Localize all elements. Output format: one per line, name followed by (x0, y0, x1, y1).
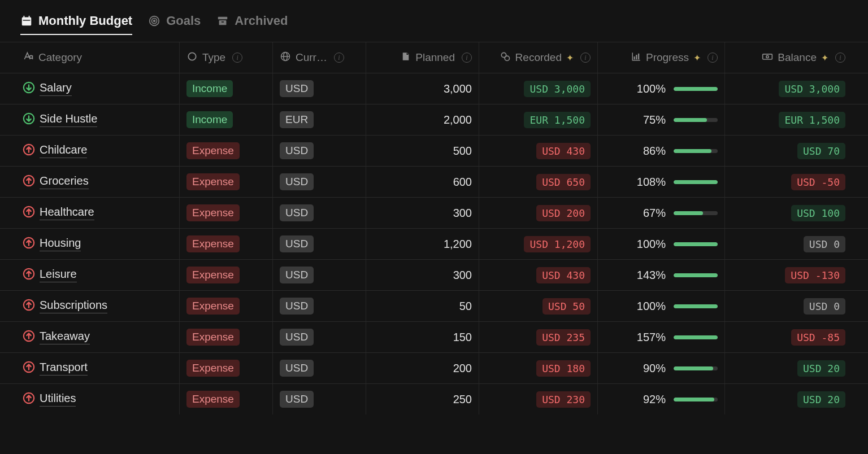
cell-currency[interactable]: USD (273, 353, 366, 383)
cell-type[interactable]: Expense (180, 353, 273, 383)
cell-planned[interactable]: 150 (366, 322, 479, 352)
cell-type[interactable]: Expense (180, 322, 273, 352)
cell-type[interactable]: Expense (180, 291, 273, 321)
cell-type[interactable]: Expense (180, 136, 273, 166)
tab-archived[interactable]: Archived (216, 14, 288, 35)
cell-recorded[interactable]: USD 650 (479, 167, 598, 197)
cell-category[interactable]: Side Hustle (16, 104, 180, 135)
cell-category[interactable]: Healthcare (16, 198, 180, 228)
tab-goals[interactable]: Goals (148, 14, 201, 35)
cell-category[interactable]: Transport (16, 353, 180, 383)
cell-planned[interactable]: 3,000 (366, 73, 479, 104)
cell-planned[interactable]: 1,200 (366, 229, 479, 259)
table-row[interactable]: SalaryIncomeUSD3,000USD 3,000100%USD 3,0… (0, 73, 868, 104)
col-header-progress[interactable]: Progress ✦ i (598, 42, 725, 73)
col-header-balance[interactable]: Balance ✦ i (725, 42, 852, 73)
table-row[interactable]: HousingExpenseUSD1,200USD 1,200100%USD 0 (0, 228, 868, 259)
cell-progress[interactable]: 92% (598, 384, 725, 414)
cell-planned[interactable]: 300 (366, 260, 479, 290)
cell-category[interactable]: Salary (16, 73, 180, 104)
cell-planned[interactable]: 200 (366, 353, 479, 383)
cell-progress[interactable]: 108% (598, 167, 725, 197)
cell-recorded[interactable]: USD 430 (479, 260, 598, 290)
table-row[interactable]: SubscriptionsExpenseUSD50USD 50100%USD 0 (0, 290, 868, 321)
cell-category[interactable]: Utilities (16, 384, 180, 414)
cell-recorded[interactable]: USD 230 (479, 384, 598, 414)
cell-recorded[interactable]: USD 430 (479, 136, 598, 166)
cell-balance[interactable]: USD 0 (725, 229, 852, 259)
cell-balance[interactable]: USD 0 (725, 291, 852, 321)
cell-balance[interactable]: USD -85 (725, 322, 852, 352)
cell-recorded[interactable]: USD 180 (479, 353, 598, 383)
cell-type[interactable]: Expense (180, 229, 273, 259)
cell-currency[interactable]: USD (273, 260, 366, 290)
table-row[interactable]: UtilitiesExpenseUSD250USD 23092%USD 20 (0, 383, 868, 414)
table-row[interactable]: TransportExpenseUSD200USD 18090%USD 20 (0, 352, 868, 383)
cell-balance[interactable]: USD 100 (725, 198, 852, 228)
table-row[interactable]: LeisureExpenseUSD300USD 430143%USD -130 (0, 259, 868, 290)
info-icon[interactable]: i (708, 53, 718, 63)
table-row[interactable]: HealthcareExpenseUSD300USD 20067%USD 100 (0, 197, 868, 228)
info-icon[interactable]: i (580, 53, 591, 63)
cell-planned[interactable]: 500 (366, 136, 479, 166)
cell-planned[interactable]: 600 (366, 167, 479, 197)
cell-currency[interactable]: USD (273, 229, 366, 259)
cell-progress[interactable]: 67% (598, 198, 725, 228)
cell-currency[interactable]: USD (273, 322, 366, 352)
cell-category[interactable]: Takeaway (16, 322, 180, 352)
col-header-currency[interactable]: Curr… i (273, 42, 366, 73)
cell-balance[interactable]: USD 20 (725, 384, 852, 414)
cell-progress[interactable]: 90% (598, 353, 725, 383)
cell-planned[interactable]: 250 (366, 384, 479, 414)
cell-category[interactable]: Housing (16, 229, 180, 259)
cell-balance[interactable]: EUR 1,500 (725, 104, 852, 135)
cell-recorded[interactable]: USD 3,000 (479, 73, 598, 104)
table-row[interactable]: GroceriesExpenseUSD600USD 650108%USD -50 (0, 166, 868, 197)
cell-currency[interactable]: USD (273, 73, 366, 104)
cell-recorded[interactable]: USD 235 (479, 322, 598, 352)
cell-type[interactable]: Expense (180, 260, 273, 290)
table-row[interactable]: TakeawayExpenseUSD150USD 235157%USD -85 (0, 321, 868, 352)
cell-category[interactable]: Subscriptions (16, 291, 180, 321)
cell-currency[interactable]: USD (273, 384, 366, 414)
cell-progress[interactable]: 75% (598, 104, 725, 135)
info-icon[interactable]: i (334, 53, 344, 63)
cell-planned[interactable]: 50 (366, 291, 479, 321)
col-header-category[interactable]: Category (16, 42, 180, 73)
cell-progress[interactable]: 157% (598, 322, 725, 352)
cell-recorded[interactable]: EUR 1,500 (479, 104, 598, 135)
cell-currency[interactable]: USD (273, 198, 366, 228)
cell-category[interactable]: Groceries (16, 167, 180, 197)
cell-balance[interactable]: USD 70 (725, 136, 852, 166)
cell-progress[interactable]: 100% (598, 73, 725, 104)
cell-balance[interactable]: USD -50 (725, 167, 852, 197)
cell-progress[interactable]: 100% (598, 291, 725, 321)
cell-balance[interactable]: USD 20 (725, 353, 852, 383)
cell-currency[interactable]: USD (273, 136, 366, 166)
table-row[interactable]: ChildcareExpenseUSD500USD 43086%USD 70 (0, 135, 868, 166)
col-header-recorded[interactable]: Recorded ✦ i (479, 42, 598, 73)
cell-planned[interactable]: 300 (366, 198, 479, 228)
cell-category[interactable]: Childcare (16, 136, 180, 166)
cell-type[interactable]: Expense (180, 167, 273, 197)
cell-category[interactable]: Leisure (16, 260, 180, 290)
info-icon[interactable]: i (462, 53, 472, 63)
info-icon[interactable]: i (232, 53, 242, 63)
cell-type[interactable]: Income (180, 73, 273, 104)
info-icon[interactable]: i (835, 53, 845, 63)
cell-recorded[interactable]: USD 50 (479, 291, 598, 321)
cell-type[interactable]: Expense (180, 384, 273, 414)
table-row[interactable]: Side HustleIncomeEUR2,000EUR 1,50075%EUR… (0, 104, 868, 135)
cell-planned[interactable]: 2,000 (366, 104, 479, 135)
tab-monthly-budget[interactable]: Monthly Budget (20, 14, 132, 35)
cell-currency[interactable]: USD (273, 167, 366, 197)
cell-balance[interactable]: USD -130 (725, 260, 852, 290)
cell-recorded[interactable]: USD 200 (479, 198, 598, 228)
cell-progress[interactable]: 86% (598, 136, 725, 166)
cell-recorded[interactable]: USD 1,200 (479, 229, 598, 259)
cell-type[interactable]: Expense (180, 198, 273, 228)
col-header-type[interactable]: Type i (180, 42, 273, 73)
cell-progress[interactable]: 100% (598, 229, 725, 259)
cell-balance[interactable]: USD 3,000 (725, 73, 852, 104)
cell-type[interactable]: Income (180, 104, 273, 135)
